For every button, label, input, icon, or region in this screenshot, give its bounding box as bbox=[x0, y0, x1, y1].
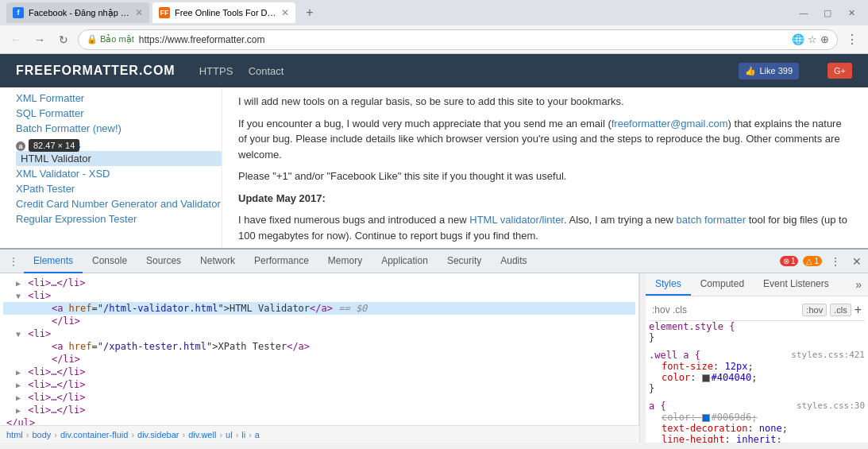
email-link[interactable]: freeformatter@gmail.com bbox=[611, 118, 728, 130]
sidebar-item-regex-tester[interactable]: Regular Expression Tester bbox=[16, 211, 222, 226]
dom-line-8[interactable]: ▶ <li>…</li> bbox=[3, 366, 635, 378]
css-propval-text-decoration: none bbox=[759, 423, 782, 434]
nav-bar: ← → ↻ 🔒 Bảo mật https://www.freeformatte… bbox=[0, 25, 868, 54]
dom-line-6[interactable]: <a href="/xpath-tester.html">XPath Teste… bbox=[3, 340, 635, 353]
dom-line-1[interactable]: ▶ <li>…</li> bbox=[3, 277, 635, 289]
css-selector-element-style: element.style { bbox=[649, 321, 865, 332]
translate-icon[interactable]: 🌐 bbox=[792, 33, 804, 45]
side-panel-more[interactable]: » bbox=[849, 273, 868, 296]
tab-facebook-label: Facebook - Đăng nhập h... bbox=[29, 8, 130, 18]
collapse-icon-9[interactable]: ▶ bbox=[16, 381, 21, 389]
address-text[interactable]: https://www.freeformatter.com bbox=[139, 34, 787, 45]
dom-line-10[interactable]: ▶ <li>…</li> bbox=[3, 391, 635, 404]
gplus-button[interactable]: G+ bbox=[827, 63, 852, 79]
dom-line-4[interactable]: </li> bbox=[3, 315, 635, 327]
devtools-panel: ⋮ Elements Console Sources Network Perfo… bbox=[0, 248, 868, 443]
devtools-tab-application[interactable]: Application bbox=[372, 250, 438, 273]
expand-icon-5[interactable]: ▼ bbox=[16, 330, 21, 339]
breadcrumb-sidebar[interactable]: div.sidebar bbox=[137, 430, 179, 439]
css-rule-header-2: .well a { styles.css:421 bbox=[649, 350, 865, 361]
styles-hov-button[interactable]: :hov bbox=[802, 304, 827, 316]
sidebar-item-sql-formatter[interactable]: SQL Formatter bbox=[16, 106, 222, 121]
nav-https[interactable]: HTTPS bbox=[199, 65, 233, 77]
maximize-button[interactable]: ▢ bbox=[817, 2, 838, 23]
attr2-quote-close: "> bbox=[206, 341, 218, 352]
sidebar-item-batch-formatter[interactable]: Batch Formatter (new!) bbox=[16, 121, 222, 136]
tab-freeformatter[interactable]: FF Free Online Tools For De... ✕ bbox=[152, 2, 295, 23]
devtools-tab-network[interactable]: Network bbox=[191, 250, 245, 273]
collapse-icon-8[interactable]: ▶ bbox=[16, 368, 21, 377]
collapse-icon-1[interactable]: ▶ bbox=[16, 279, 21, 288]
dom-scrollbar[interactable] bbox=[639, 273, 646, 443]
devtools-settings-icon[interactable]: ⋮ bbox=[827, 254, 844, 269]
dom-line-3[interactable]: <a href="/html-validator.html">HTML Vali… bbox=[3, 302, 635, 315]
dom-line-5[interactable]: ▼ <li> bbox=[3, 327, 635, 340]
breadcrumb-well[interactable]: div.well bbox=[188, 430, 216, 439]
breadcrumb-body[interactable]: body bbox=[32, 430, 51, 439]
devtools-tab-audits[interactable]: Audits bbox=[491, 250, 536, 273]
devtools-tab-sources[interactable]: Sources bbox=[137, 250, 191, 273]
reload-button[interactable]: ↻ bbox=[54, 30, 73, 49]
styles-filter-input[interactable] bbox=[652, 304, 799, 315]
color-swatch-2[interactable] bbox=[702, 414, 710, 422]
styles-cls-button[interactable]: .cls bbox=[830, 304, 851, 316]
bookmark-icon[interactable]: ☆ bbox=[808, 33, 817, 45]
collapse-icon-11[interactable]: ▶ bbox=[16, 406, 21, 415]
devtools-tab-console[interactable]: Console bbox=[83, 250, 137, 273]
collapse-icon-10[interactable]: ▶ bbox=[16, 393, 21, 402]
devtools-tab-memory[interactable]: Memory bbox=[318, 250, 372, 273]
close-button[interactable]: ✕ bbox=[841, 2, 862, 23]
css-rule-header-3: a { styles.css:30 bbox=[649, 401, 865, 412]
tab-facebook[interactable]: f Facebook - Đăng nhập h... ✕ bbox=[6, 2, 149, 23]
computed-tab[interactable]: Computed bbox=[691, 273, 754, 296]
devtools-tab-elements[interactable]: Elements bbox=[24, 250, 83, 273]
attr-href2-val: /xpath-tester.html bbox=[103, 341, 206, 352]
dom-line-7[interactable]: </li> bbox=[3, 353, 635, 366]
dom-line-2[interactable]: ▼ <li> bbox=[3, 289, 635, 302]
sidebar-item-html-validator[interactable]: HTML Validator bbox=[16, 151, 222, 166]
menu-button[interactable]: ⋮ bbox=[843, 30, 862, 49]
sidebar-item-xml-formatter[interactable]: XML Formatter bbox=[16, 91, 222, 106]
tab-freeformatter-close[interactable]: ✕ bbox=[281, 7, 289, 18]
styles-tab[interactable]: Styles bbox=[646, 273, 691, 296]
dom-line-9[interactable]: ▶ <li>…</li> bbox=[3, 378, 635, 391]
breadcrumb-container[interactable]: div.container-fluid bbox=[60, 430, 128, 439]
breadcrumb-ul[interactable]: ul bbox=[226, 430, 233, 439]
expand-icon-2[interactable]: ▼ bbox=[16, 292, 21, 300]
dom-line-11[interactable]: ▶ <li>…</li> bbox=[3, 404, 635, 416]
html-validator-link[interactable]: HTML validator/linter bbox=[469, 214, 564, 226]
tab-freeformatter-label: Free Online Tools For De... bbox=[175, 8, 276, 17]
new-tab-button[interactable]: + bbox=[299, 2, 321, 23]
devtools-close-icon[interactable]: ✕ bbox=[849, 254, 865, 269]
like-button[interactable]: 👍 Like 399 bbox=[739, 63, 799, 79]
sidebar-item-xml-validator[interactable]: XML Validator - XSD bbox=[16, 166, 222, 181]
breadcrumb-html[interactable]: html bbox=[6, 430, 23, 439]
tag-li7: <li>…</li> bbox=[28, 404, 85, 416]
breadcrumb-a[interactable]: a bbox=[255, 430, 260, 439]
breadcrumb-li[interactable]: li bbox=[241, 430, 245, 439]
extension-icon[interactable]: ⊕ bbox=[820, 33, 829, 45]
styles-add-button[interactable]: + bbox=[854, 303, 862, 317]
sidebar-item-xpath-tester[interactable]: XPath Tester bbox=[16, 181, 222, 196]
sidebar-item-credit-card[interactable]: Credit Card Number Generator and Validat… bbox=[16, 196, 222, 211]
dom-line-12[interactable]: </ul> bbox=[3, 416, 635, 425]
tab-facebook-close[interactable]: ✕ bbox=[135, 7, 143, 18]
batch-formatter-link[interactable]: batch formatter bbox=[677, 214, 746, 226]
devtools-expand-icon[interactable]: ⋮ bbox=[3, 255, 24, 268]
address-bar[interactable]: 🔒 Bảo mật https://www.freeformatter.com … bbox=[78, 29, 838, 50]
tooltip-dot: a bbox=[16, 141, 25, 151]
sidebar: XML Formatter SQL Formatter Batch Format… bbox=[0, 87, 222, 248]
tag-ul-close: </ul> bbox=[6, 417, 35, 425]
site-nav: HTTPS Contact bbox=[199, 65, 297, 77]
color-swatch-1[interactable] bbox=[702, 374, 710, 382]
para2: If you encounter a bug, I would very muc… bbox=[238, 116, 852, 163]
back-button[interactable]: ← bbox=[6, 30, 25, 49]
para1: I will add new tools on a regular basis,… bbox=[238, 94, 852, 110]
minimize-button[interactable]: — bbox=[793, 2, 814, 23]
css-propname-font-size: font-size bbox=[662, 361, 713, 372]
event-listeners-tab[interactable]: Event Listeners bbox=[754, 273, 839, 296]
forward-button[interactable]: → bbox=[30, 30, 49, 49]
devtools-tab-security[interactable]: Security bbox=[438, 250, 491, 273]
devtools-tab-performance[interactable]: Performance bbox=[245, 250, 318, 273]
nav-contact[interactable]: Contact bbox=[249, 65, 284, 77]
